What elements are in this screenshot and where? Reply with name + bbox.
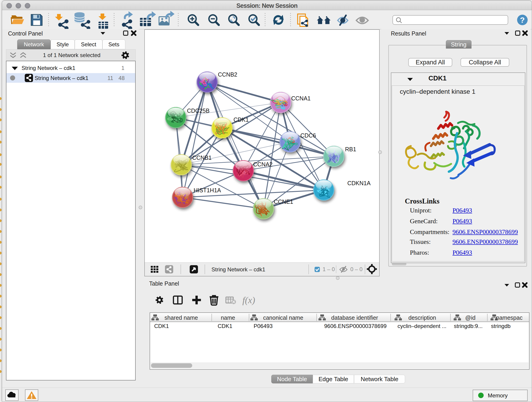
svg-text:shared name: shared name <box>165 314 198 321</box>
svg-text:1 of 1 Network selected: 1 of 1 Network selected <box>43 52 101 58</box>
svg-text:CDKN1A: CDKN1A <box>347 180 371 186</box>
svg-text:CCNA1: CCNA1 <box>291 95 311 102</box>
svg-text:CDC6: CDC6 <box>300 132 316 139</box>
svg-text:description: description <box>409 314 436 321</box>
svg-text:f(x): f(x) <box>242 295 255 305</box>
svg-text:CCNA2: CCNA2 <box>253 161 273 167</box>
svg-text:namespac: namespac <box>496 314 522 321</box>
svg-text:HIST1H1A: HIST1H1A <box>194 187 221 193</box>
svg-text:canonical name: canonical name <box>263 314 303 321</box>
svg-text:?: ? <box>520 16 525 24</box>
svg-text:CCNE1: CCNE1 <box>274 198 293 205</box>
svg-text:CCNB2: CCNB2 <box>218 71 237 78</box>
svg-text:String Network – cdk1: String Network – cdk1 <box>211 266 265 273</box>
svg-text:CDC25B: CDC25B <box>187 108 210 114</box>
svg-text:CCNB1: CCNB1 <box>192 154 212 161</box>
svg-text:name: name <box>221 314 235 321</box>
svg-text:@id: @id <box>465 314 476 321</box>
svg-text:1 – 0: 1 – 0 <box>323 266 335 272</box>
svg-text:RB1: RB1 <box>345 146 356 153</box>
svg-text:0 – 0: 0 – 0 <box>350 266 362 272</box>
svg-text:database identifier: database identifier <box>331 314 378 321</box>
svg-text:CDK1: CDK1 <box>234 116 249 123</box>
